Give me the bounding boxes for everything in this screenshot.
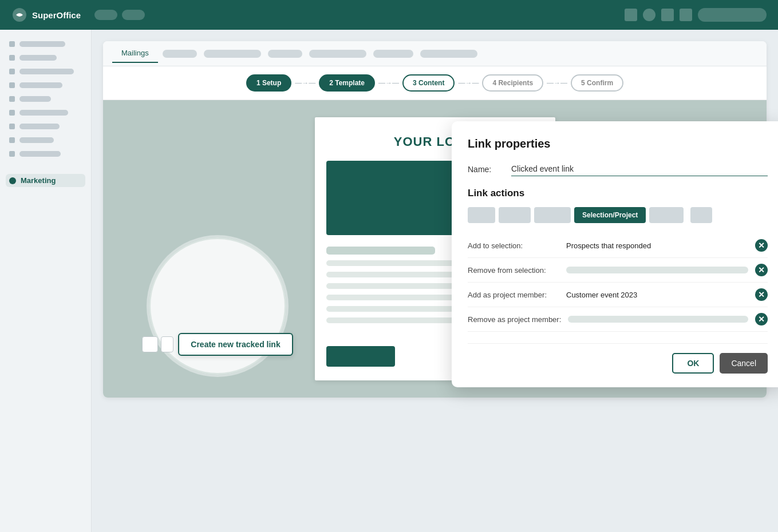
link-properties-dialog: Link properties Name: Link actions Selec…	[452, 121, 778, 387]
action-add-selection-value: Prospects that responded	[566, 241, 748, 250]
logo-text: SuperOffice	[32, 10, 81, 20]
sidebar-dot-3	[9, 69, 15, 74]
content-area: Mailings 1 Setup —→— 2 Template	[92, 30, 778, 532]
tab-spacer-3	[268, 50, 302, 58]
action-add-project-clear[interactable]: ✕	[755, 288, 768, 301]
email-line-4	[326, 295, 457, 300]
action-remove-from-selection: Remove from selection: ✕	[468, 258, 768, 283]
action-add-selection-clear[interactable]: ✕	[755, 239, 768, 252]
sidebar-item-2[interactable]	[9, 55, 82, 61]
step-content[interactable]: 3 Content	[402, 74, 455, 92]
action-remove-selection-label: Remove from selection:	[468, 266, 559, 275]
tabs-bar: Mailings	[103, 41, 767, 66]
sidebar-label-4	[19, 82, 62, 88]
top-navigation: SuperOffice	[0, 0, 778, 30]
sidebar-dot-6	[9, 110, 15, 116]
la-tab-3[interactable]	[534, 207, 571, 223]
sidebar-label-6	[19, 110, 68, 116]
tab-mailings[interactable]: Mailings	[112, 44, 158, 63]
dialog-footer: OK Cancel	[468, 343, 768, 374]
sidebar-label-7	[19, 124, 60, 129]
email-cta-button	[326, 346, 395, 367]
nav-search-bar[interactable]	[698, 8, 767, 22]
dialog-title: Link properties	[468, 137, 768, 150]
action-remove-selection-bar	[566, 267, 748, 273]
step-setup[interactable]: 1 Setup	[246, 74, 291, 92]
dialog-name-row: Name:	[468, 162, 768, 176]
la-tab-1[interactable]	[468, 207, 495, 223]
nav-icon-3[interactable]	[661, 9, 674, 21]
step-arrow-3: —→—	[458, 79, 479, 87]
sidebar-label-3	[19, 69, 74, 74]
sidebar-dot-7	[9, 124, 15, 129]
sidebar-item-5[interactable]	[9, 96, 82, 102]
step-arrow-2: —→—	[378, 79, 399, 87]
sidebar-item-marketing[interactable]: Marketing	[6, 174, 85, 187]
sidebar-item-4[interactable]	[9, 82, 82, 88]
tab-spacer-5	[373, 50, 413, 58]
dialog-ok-button[interactable]: OK	[672, 353, 714, 374]
nav-pill-2	[122, 10, 145, 20]
sidebar-dot-4	[9, 82, 15, 88]
sidebar-item-8[interactable]	[9, 137, 82, 143]
spotlight-circle: Create new tracked link	[149, 237, 286, 375]
la-tab-selection-project[interactable]: Selection/Project	[574, 207, 646, 223]
step-arrow-1: —→—	[295, 79, 315, 87]
link-actions-tabs: Selection/Project	[468, 207, 768, 223]
la-tab-6[interactable]	[690, 207, 712, 223]
email-line-title	[326, 247, 435, 255]
sidebar-label-2	[19, 55, 57, 61]
logo: SuperOffice	[11, 7, 81, 23]
action-remove-project-clear[interactable]: ✕	[755, 313, 768, 325]
tab-spacer-2	[204, 50, 261, 58]
sidebar-dot-marketing	[9, 177, 16, 184]
la-tab-5[interactable]	[649, 207, 684, 223]
dialog-name-input[interactable]	[511, 162, 768, 176]
la-tab-2[interactable]	[499, 207, 531, 223]
sidebar-label-1	[19, 41, 65, 47]
sidebar-label-8	[19, 137, 54, 143]
toolbar-small-btn-1[interactable]	[142, 336, 158, 352]
toolbar-small-buttons	[142, 336, 173, 352]
logo-icon	[11, 7, 27, 23]
main-layout: Marketing Mailings 1 Setup —	[0, 30, 778, 532]
sidebar-item-6[interactable]	[9, 110, 82, 116]
action-add-project-label: Add as project member:	[468, 291, 559, 299]
step-arrow-4: —→—	[547, 79, 567, 87]
nav-icon-2[interactable]	[643, 9, 655, 21]
action-remove-project-bar	[568, 316, 748, 323]
action-add-project-value: Customer event 2023	[566, 291, 748, 299]
dialog-name-label: Name:	[468, 165, 502, 174]
step-template[interactable]: 2 Template	[319, 74, 375, 92]
action-remove-project-member: Remove as project member: ✕	[468, 307, 768, 332]
action-remove-project-label: Remove as project member:	[468, 315, 561, 324]
tab-spacer-6	[420, 50, 477, 58]
action-add-selection-label: Add to selection:	[468, 241, 559, 250]
sidebar-item-9[interactable]	[9, 151, 82, 157]
action-remove-selection-clear[interactable]: ✕	[755, 264, 768, 276]
wizard-bar: 1 Setup —→— 2 Template —→— 3 Content —→—	[103, 66, 767, 100]
nav-right	[625, 8, 767, 22]
sidebar-item-3[interactable]	[9, 69, 82, 74]
dialog-cancel-button[interactable]: Cancel	[720, 353, 768, 374]
action-add-to-selection: Add to selection: Prospects that respond…	[468, 233, 768, 258]
sidebar-label-9	[19, 151, 61, 157]
sidebar: Marketing	[0, 30, 92, 532]
toolbar-small-btn-2[interactable]	[161, 336, 173, 352]
sidebar-label-5	[19, 96, 51, 102]
link-actions-title: Link actions	[468, 188, 768, 199]
step-confirm[interactable]: 5 Confirm	[571, 74, 623, 92]
sidebar-dot-1	[9, 41, 15, 47]
sidebar-item-7[interactable]	[9, 124, 82, 129]
nav-pills	[94, 10, 145, 20]
tab-spacer-1	[163, 50, 197, 58]
action-add-project-member: Add as project member: Customer event 20…	[468, 283, 768, 307]
sidebar-item-1[interactable]	[9, 41, 82, 47]
nav-icon-4[interactable]	[680, 9, 692, 21]
sidebar-dot-5	[9, 96, 15, 102]
tab-spacer-4	[309, 50, 366, 58]
create-tracked-link-button[interactable]: Create new tracked link	[178, 333, 293, 356]
sidebar-dot-8	[9, 137, 15, 143]
nav-icon-1[interactable]	[625, 9, 637, 21]
step-recipients[interactable]: 4 Recipients	[482, 74, 543, 92]
